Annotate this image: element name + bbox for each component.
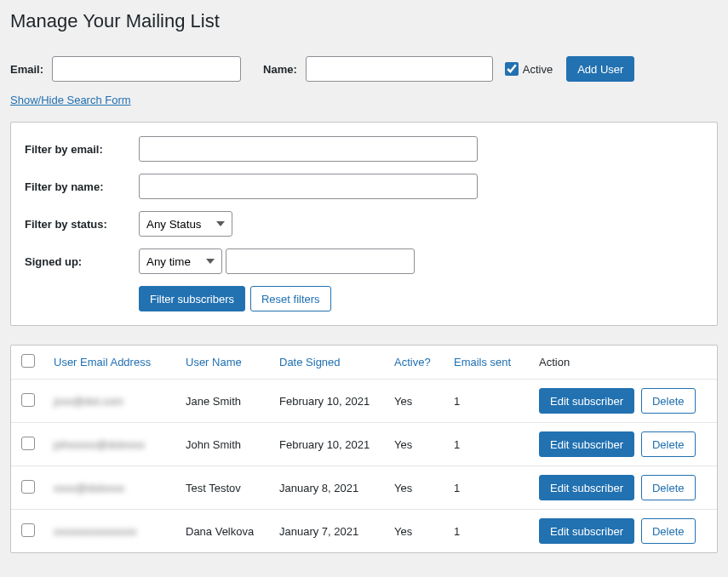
subscriber-date: January 8, 2021 bbox=[272, 466, 387, 510]
active-label: Active bbox=[523, 63, 553, 76]
subscribers-table-panel: User Email Address User Name Date Signed… bbox=[10, 345, 718, 553]
filter-name-label: Filter by name: bbox=[25, 180, 139, 193]
select-all-checkbox[interactable] bbox=[21, 354, 35, 368]
header-sent[interactable]: Emails sent bbox=[454, 356, 511, 368]
filter-status-label: Filter by status: bbox=[25, 218, 139, 231]
subscriber-name: Test Testov bbox=[179, 466, 272, 510]
table-row: xxxxxxxxxxxxxxx Dana Velkova January 7, … bbox=[11, 510, 717, 553]
delete-subscriber-button[interactable]: Delete bbox=[641, 388, 696, 414]
subscriber-name: John Smith bbox=[179, 423, 272, 466]
subscriber-name: Dana Velkova bbox=[179, 510, 272, 553]
email-field[interactable] bbox=[52, 56, 241, 82]
subscriber-email: johxxxxx@dotxxxx bbox=[54, 438, 145, 451]
header-active[interactable]: Active? bbox=[394, 356, 431, 368]
name-field[interactable] bbox=[306, 56, 493, 82]
filter-signed-select[interactable]: Any time bbox=[139, 249, 222, 274]
email-label: Email: bbox=[10, 63, 43, 76]
subscriber-name: Jane Smith bbox=[179, 380, 272, 423]
header-name[interactable]: User Name bbox=[186, 356, 242, 368]
edit-subscriber-button[interactable]: Edit subscriber bbox=[539, 475, 634, 500]
row-checkbox[interactable] bbox=[21, 523, 35, 537]
subscriber-date: February 10, 2021 bbox=[272, 380, 387, 423]
header-date[interactable]: Date Signed bbox=[279, 356, 341, 368]
subscriber-date: January 7, 2021 bbox=[272, 510, 387, 553]
filter-signed-label: Signed up: bbox=[25, 255, 139, 268]
delete-subscriber-button[interactable]: Delete bbox=[641, 475, 696, 500]
subscriber-sent: 1 bbox=[447, 466, 532, 510]
table-row: johxxxxx@dotxxxx John Smith February 10,… bbox=[11, 423, 717, 466]
header-email[interactable]: User Email Address bbox=[54, 356, 151, 368]
filter-name-input[interactable] bbox=[139, 174, 478, 199]
subscriber-email: jxxx@dot.com bbox=[54, 395, 123, 408]
header-action: Action bbox=[532, 346, 717, 380]
subscriber-date: February 10, 2021 bbox=[272, 423, 387, 466]
edit-subscriber-button[interactable]: Edit subscriber bbox=[539, 388, 634, 414]
delete-subscriber-button[interactable]: Delete bbox=[641, 518, 696, 544]
filter-email-label: Filter by email: bbox=[25, 143, 139, 156]
subscriber-active: Yes bbox=[387, 380, 447, 423]
row-checkbox[interactable] bbox=[21, 480, 35, 494]
subscriber-active: Yes bbox=[387, 423, 447, 466]
table-row: xxxx@dotxxxx Test Testov January 8, 2021… bbox=[11, 466, 717, 510]
filter-email-input[interactable] bbox=[139, 136, 478, 162]
subscriber-email: xxxx@dotxxxx bbox=[54, 482, 124, 494]
filter-status-select[interactable]: Any Status bbox=[139, 211, 232, 237]
subscribers-table: User Email Address User Name Date Signed… bbox=[11, 346, 717, 552]
reset-filters-button[interactable]: Reset filters bbox=[250, 286, 331, 311]
subscriber-email: xxxxxxxxxxxxxxx bbox=[54, 525, 137, 538]
active-checkbox[interactable] bbox=[505, 62, 519, 76]
filter-signed-extra-input[interactable] bbox=[226, 249, 415, 274]
add-user-button[interactable]: Add User bbox=[566, 56, 634, 82]
table-row: jxxx@dot.com Jane Smith February 10, 202… bbox=[11, 380, 717, 423]
filter-panel: Filter by email: Filter by name: Filter … bbox=[10, 122, 718, 326]
toggle-search-form-link[interactable]: Show/Hide Search Form bbox=[10, 94, 131, 106]
name-label: Name: bbox=[263, 63, 297, 76]
edit-subscriber-button[interactable]: Edit subscriber bbox=[539, 431, 634, 457]
subscriber-sent: 1 bbox=[447, 510, 532, 553]
filter-subscribers-button[interactable]: Filter subscribers bbox=[139, 286, 245, 311]
edit-subscriber-button[interactable]: Edit subscriber bbox=[539, 518, 634, 544]
subscriber-sent: 1 bbox=[447, 423, 532, 466]
row-checkbox[interactable] bbox=[21, 437, 35, 450]
row-checkbox[interactable] bbox=[21, 393, 35, 407]
subscriber-sent: 1 bbox=[447, 380, 532, 423]
subscriber-active: Yes bbox=[387, 466, 447, 510]
page-title: Manage Your Mailing List bbox=[10, 10, 718, 32]
delete-subscriber-button[interactable]: Delete bbox=[641, 431, 696, 457]
subscriber-active: Yes bbox=[387, 510, 447, 553]
add-user-form: Email: Name: Active Add User bbox=[10, 56, 718, 82]
